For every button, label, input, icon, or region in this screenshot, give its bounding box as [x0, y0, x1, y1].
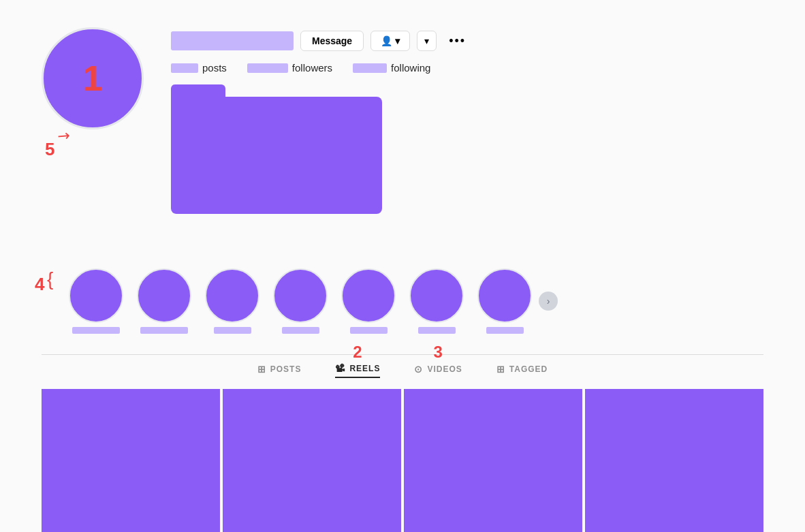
tab-posts[interactable]: ⊞ POSTS: [257, 363, 302, 378]
story-item-5[interactable]: [341, 268, 396, 334]
avatar-number: 1: [83, 58, 103, 99]
story-label-2: [140, 327, 188, 334]
story-label-4: [282, 327, 319, 334]
post-tile-1[interactable]: [42, 389, 220, 532]
posts-label: posts: [202, 62, 227, 74]
tab-tagged[interactable]: ⊞ TAGGED: [496, 363, 548, 378]
tabs-row: ⊞ POSTS 2 📽 REELS 3 ⊙ VIDEOS ⊞ TAGGED: [42, 355, 763, 386]
username-bar: [171, 31, 294, 50]
videos-tab-label: VIDEOS: [427, 364, 462, 374]
posts-stat[interactable]: posts: [171, 62, 227, 74]
story-label-1: [72, 327, 120, 334]
annotation-3-label: 3: [433, 343, 443, 362]
annotation-4-brace: {: [47, 268, 53, 290]
posts-grid: [42, 389, 763, 532]
story-circle-7: [477, 268, 532, 323]
dropdown-button[interactable]: ▾: [417, 31, 437, 51]
profile-top-row: Message 👤 ▾ ▾ •••: [171, 31, 763, 51]
annotation-arrow: ↗: [53, 125, 74, 146]
story-circle-4: [273, 268, 328, 323]
folder-icon: [171, 84, 382, 214]
follow-icon: 👤: [381, 35, 392, 46]
avatar-wrapper: 1 5 ↗: [42, 27, 144, 129]
story-circle-5: [341, 268, 396, 323]
post-tile-3[interactable]: [404, 389, 582, 532]
annotation-5-label: 5: [45, 139, 54, 159]
posts-count: [171, 63, 198, 73]
story-item-6[interactable]: [409, 268, 464, 334]
story-label-3: [214, 327, 251, 334]
following-stat[interactable]: following: [353, 62, 430, 74]
annotation-4-label: 4: [35, 274, 44, 294]
story-item-4[interactable]: [273, 268, 328, 334]
folder-body: [171, 97, 382, 214]
profile-stats: posts followers following: [171, 62, 763, 74]
posts-tab-icon: ⊞: [257, 364, 266, 375]
followers-stat[interactable]: followers: [247, 62, 332, 74]
story-item-7[interactable]: [477, 268, 532, 334]
story-circle-2: [137, 268, 191, 323]
profile-header: 1 5 ↗ Message 👤 ▾ ▾ •••: [42, 14, 763, 255]
reels-tab-icon: 📽: [335, 363, 345, 374]
follow-button[interactable]: 👤 ▾: [370, 31, 410, 51]
following-label: following: [391, 62, 430, 74]
story-label-5: [350, 327, 388, 334]
post-tile-4[interactable]: [585, 389, 763, 532]
story-label-6: [418, 327, 456, 334]
message-button[interactable]: Message: [300, 31, 364, 51]
follow-chevron: ▾: [395, 35, 400, 46]
highlights-folder-area: [171, 84, 763, 214]
story-circle-6: [409, 268, 464, 323]
stories-row: ›: [69, 262, 763, 347]
story-label-7: [486, 327, 524, 334]
story-item-3[interactable]: [205, 268, 259, 334]
followers-label: followers: [292, 62, 332, 74]
stories-section: 4 {: [42, 262, 763, 347]
story-item-2[interactable]: [137, 268, 191, 334]
avatar[interactable]: 1: [42, 27, 144, 129]
more-button[interactable]: •••: [443, 31, 471, 51]
posts-tab-label: POSTS: [270, 364, 302, 374]
tagged-tab-label: TAGGED: [509, 364, 548, 374]
tab-reels[interactable]: 2 📽 REELS: [335, 363, 380, 378]
stories-nav-right[interactable]: ›: [539, 292, 558, 311]
profile-info: Message 👤 ▾ ▾ ••• posts followers: [171, 27, 763, 234]
annotation-2-label: 2: [353, 343, 362, 362]
post-tile-2[interactable]: [223, 389, 401, 532]
tagged-tab-icon: ⊞: [496, 364, 505, 375]
followers-count: [247, 63, 288, 73]
story-item-1[interactable]: [69, 268, 123, 334]
story-circle-3: [205, 268, 259, 323]
tab-videos[interactable]: 3 ⊙ VIDEOS: [414, 363, 462, 378]
videos-tab-icon: ⊙: [414, 364, 423, 375]
following-count: [353, 63, 387, 73]
reels-tab-label: REELS: [349, 364, 380, 373]
story-circle-1: [69, 268, 123, 323]
annotation-4-wrapper: 4 {: [35, 274, 44, 295]
